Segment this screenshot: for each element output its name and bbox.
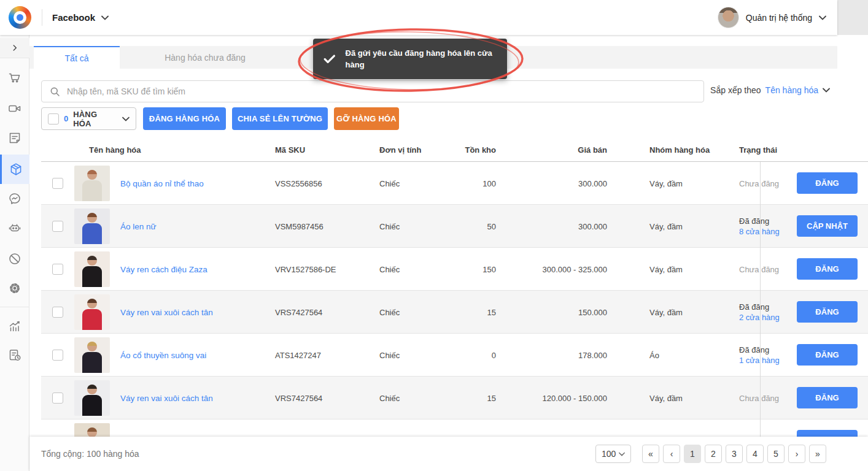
sidebar-expand-button[interactable] [0,38,29,58]
channel-label: Facebook [52,12,95,23]
row-checkbox[interactable] [52,264,63,275]
search-input[interactable] [67,86,696,96]
sidebar-item-analytics[interactable] [0,312,29,341]
gear-icon [7,281,22,296]
group-cell: Váy, đầm [649,377,683,419]
stock-cell: 15 [422,377,496,419]
header-group: Nhóm hàng hóa [649,138,710,162]
table-row: Áo cổ thuyền suông vai ATS1427247 Chiếc … [41,334,868,377]
status-stores-link[interactable]: 8 cửa hàng [739,227,796,236]
post-button[interactable]: ĐĂNG [797,172,858,194]
status-cell: Chưa đăng [739,248,796,291]
row-checkbox[interactable] [52,221,63,232]
post-button[interactable]: ĐĂNG [797,387,858,408]
toast-message: Đã gửi yêu cầu đăng hàng hóa lên cửa hàn… [346,47,496,71]
selection-dropdown[interactable]: 0 HÀNG HÓA [41,107,136,130]
sort-value: Tên hàng hóa [765,85,818,95]
product-image[interactable] [74,380,110,416]
product-name-link[interactable]: Áo len nữ [120,205,157,248]
post-products-button[interactable]: ĐĂNG HÀNG HÓA [143,107,226,130]
table-row: Váy ren vai xuôi cách tân VRS7427564 Chi… [41,291,868,334]
sidebar-item-orders[interactable] [0,63,29,93]
unit-cell: Chiếc [379,162,400,205]
tab-unposted[interactable]: Hàng hóa chưa đăng [120,46,290,69]
row-checkbox[interactable] [52,307,63,318]
news-document-icon [7,131,22,145]
status-stores-link[interactable]: 1 cửa hàng [739,356,796,365]
product-image[interactable] [74,294,110,330]
sidebar-item-products[interactable] [0,155,29,184]
total-count: Tổng cộng: 100 hàng hóa [41,437,139,471]
chevron-down-icon [619,452,625,456]
product-image[interactable] [74,251,110,287]
post-button[interactable]: ĐĂNG [797,344,858,366]
app-screen: Facebook Quản trị hệ thống [0,0,868,471]
page-button-3[interactable]: 3 [726,445,743,463]
sidebar-item-reports[interactable] [0,340,29,370]
remove-products-button[interactable]: GỠ HÀNG HÓA [334,107,399,130]
header-name: Tên hàng hóa [89,138,141,162]
row-checkbox[interactable] [52,178,63,189]
price-cell: 300.000 [509,162,607,205]
page-size-value: 100 [602,449,616,459]
user-name: Quản trị hệ thống [746,13,812,23]
post-button[interactable]: ĐĂNG [797,258,858,280]
header-unit: Đơn vị tính [379,138,421,162]
page-button-1[interactable]: 1 [684,445,701,463]
page-size-select[interactable]: 100 [595,445,631,463]
chevron-down-icon [122,117,130,121]
status-column-divider [760,162,761,437]
page-button-4[interactable]: 4 [746,445,764,463]
product-name-link[interactable]: Váy ren cách điệu Zaza [120,248,207,291]
sidebar-item-posts[interactable] [0,123,29,153]
header-price: Giá bán [509,138,607,162]
product-name-link[interactable]: Váy ren vai xuôi cách tân [120,377,213,419]
share-to-wall-button[interactable]: CHIA SẺ LÊN TƯỜNG [232,107,328,130]
prev-page-button[interactable]: ‹ [663,445,680,463]
status-cell: Chưa đăng [739,162,796,205]
sidebar-item-messages[interactable] [0,184,29,213]
product-name-link[interactable]: Váy ren vai xuôi cách tân [120,291,213,334]
status-text: Chưa đăng [739,265,796,274]
status-text: Đã đăng [739,302,796,312]
unit-cell: Chiếc [379,334,400,377]
stock-cell: 0 [422,334,496,377]
product-image[interactable] [74,166,110,201]
sidebar-item-blocked[interactable] [0,244,29,274]
sidebar-item-chatbot[interactable] [0,213,29,243]
product-name-link[interactable]: Bộ quần áo nỉ thể thao [120,162,204,205]
status-stores-link[interactable]: 2 cửa hàng [739,313,796,322]
row-checkbox[interactable] [52,392,63,404]
messenger-icon [7,191,22,206]
status-text: Chưa đăng [739,394,796,403]
product-image[interactable] [74,423,110,437]
header-status: Trạng thái [739,138,777,162]
post-button[interactable]: ĐĂNG [797,301,858,323]
post-button[interactable] [797,430,858,437]
unit-cell: Chiếc [379,205,400,248]
page-button-2[interactable]: 2 [705,445,722,463]
selected-label: HÀNG HÓA [73,110,117,128]
update-button[interactable]: CẬP NHẬT [797,215,858,237]
group-cell: Váy, đầm [649,248,683,291]
sidebar-item-settings[interactable] [0,274,29,303]
stock-cell: 150 [422,248,496,291]
product-image[interactable] [74,209,110,244]
last-page-button[interactable]: » [809,445,826,463]
row-checkbox[interactable] [52,350,63,361]
page-button-5[interactable]: 5 [767,445,785,463]
product-image[interactable] [74,337,110,373]
next-page-button[interactable]: › [788,445,805,463]
product-name-link[interactable]: Áo cổ thuyền suông vai [120,334,206,377]
channel-dropdown[interactable]: Facebook [52,0,109,35]
selected-count: 0 [64,114,68,123]
app-logo-icon [9,6,31,29]
tab-all[interactable]: Tất cả [34,46,120,69]
select-all-checkbox[interactable] [48,113,59,124]
sidebar-item-livestream[interactable] [0,94,29,123]
sort-dropdown[interactable]: Sắp xếp theo Tên hàng hóa [710,85,830,95]
sidebar [0,35,29,471]
user-menu[interactable]: Quản trị hệ thống [718,0,826,35]
first-page-button[interactable]: « [642,445,659,463]
group-cell: Áo [649,334,659,377]
